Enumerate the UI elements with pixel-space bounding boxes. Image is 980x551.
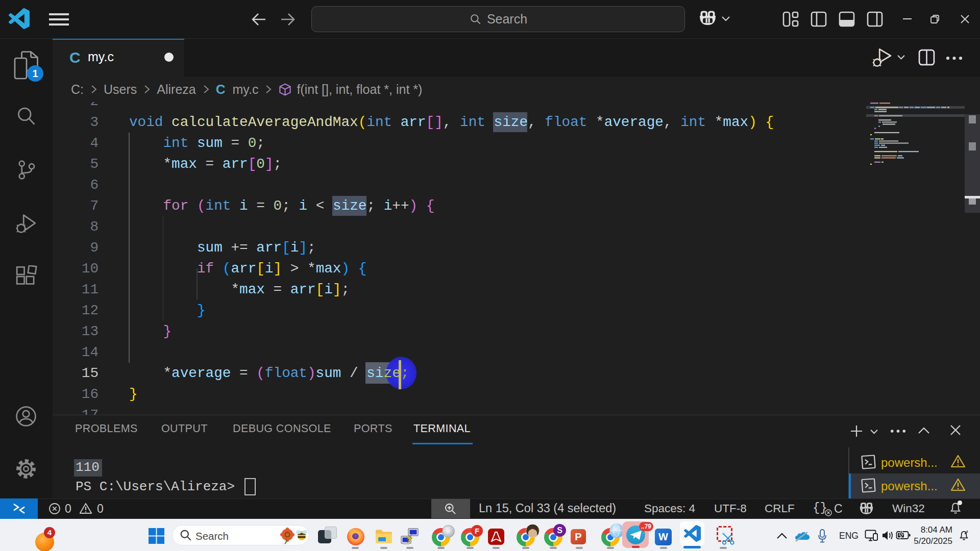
svg-text:1: 1	[32, 68, 38, 79]
svg-text:z: z	[966, 530, 968, 533]
